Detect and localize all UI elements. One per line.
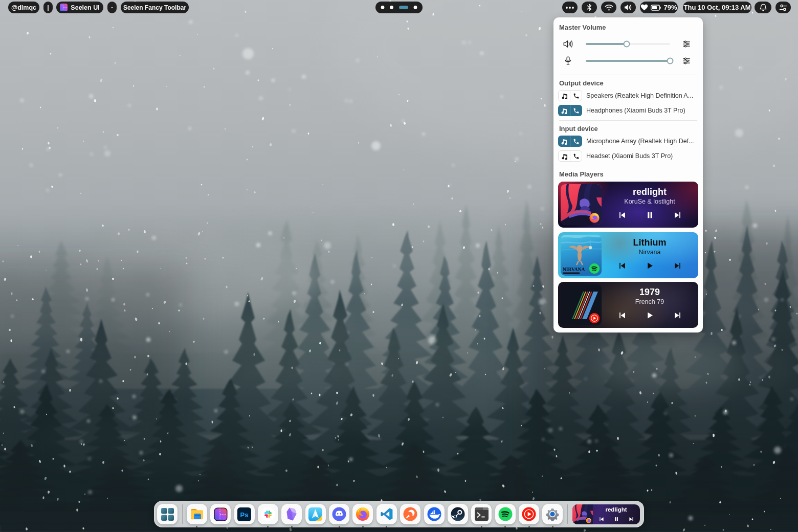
svg-text:NIRVANA: NIRVANA [563, 267, 585, 272]
svg-text:Ps: Ps [240, 511, 249, 519]
